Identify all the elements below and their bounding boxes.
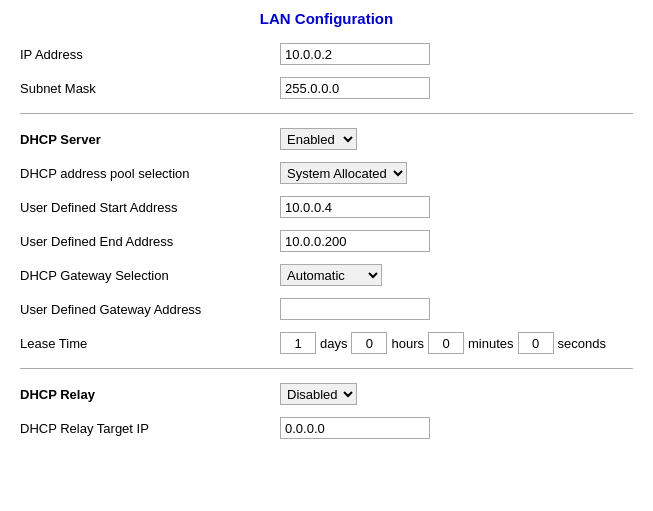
- ip-address-row: IP Address: [20, 41, 633, 67]
- dhcp-server-row: DHCP Server Enabled Disabled: [20, 126, 633, 152]
- page-title: LAN Configuration: [20, 10, 633, 27]
- end-address-input[interactable]: [280, 230, 430, 252]
- lease-time-label: Lease Time: [20, 336, 280, 351]
- dhcp-pool-select[interactable]: System Allocated User Defined: [280, 162, 407, 184]
- subnet-mask-input[interactable]: [280, 77, 430, 99]
- lease-time-row: Lease Time days hours minutes seconds: [20, 330, 633, 356]
- dhcp-server-select[interactable]: Enabled Disabled: [280, 128, 357, 150]
- divider-2: [20, 368, 633, 369]
- dhcp-relay-label: DHCP Relay: [20, 387, 280, 402]
- gateway-selection-row: DHCP Gateway Selection Automatic User De…: [20, 262, 633, 288]
- gateway-address-label: User Defined Gateway Address: [20, 302, 280, 317]
- dhcp-server-label: DHCP Server: [20, 132, 280, 147]
- gateway-selection-select[interactable]: Automatic User Defined: [280, 264, 382, 286]
- hours-unit-label: hours: [391, 336, 424, 351]
- dhcp-relay-section: DHCP Relay Disabled Enabled DHCP Relay T…: [20, 381, 633, 441]
- minutes-unit-label: minutes: [468, 336, 514, 351]
- lease-days-input[interactable]: [280, 332, 316, 354]
- dhcp-section: DHCP Server Enabled Disabled DHCP addres…: [20, 126, 633, 356]
- start-address-label: User Defined Start Address: [20, 200, 280, 215]
- dhcp-relay-select[interactable]: Disabled Enabled: [280, 383, 357, 405]
- gateway-selection-label: DHCP Gateway Selection: [20, 268, 280, 283]
- subnet-mask-label: Subnet Mask: [20, 81, 280, 96]
- page-container: LAN Configuration IP Address Subnet Mask…: [0, 0, 653, 459]
- dhcp-relay-ip-input[interactable]: [280, 417, 430, 439]
- seconds-unit-label: seconds: [558, 336, 606, 351]
- dhcp-pool-label: DHCP address pool selection: [20, 166, 280, 181]
- gateway-address-row: User Defined Gateway Address: [20, 296, 633, 322]
- divider-1: [20, 113, 633, 114]
- end-address-row: User Defined End Address: [20, 228, 633, 254]
- end-address-label: User Defined End Address: [20, 234, 280, 249]
- dhcp-relay-ip-row: DHCP Relay Target IP: [20, 415, 633, 441]
- basic-section: IP Address Subnet Mask: [20, 41, 633, 101]
- ip-address-label: IP Address: [20, 47, 280, 62]
- lease-seconds-input[interactable]: [518, 332, 554, 354]
- lease-hours-input[interactable]: [351, 332, 387, 354]
- dhcp-pool-row: DHCP address pool selection System Alloc…: [20, 160, 633, 186]
- dhcp-relay-row: DHCP Relay Disabled Enabled: [20, 381, 633, 407]
- start-address-row: User Defined Start Address: [20, 194, 633, 220]
- ip-address-input[interactable]: [280, 43, 430, 65]
- lease-minutes-input[interactable]: [428, 332, 464, 354]
- gateway-address-input[interactable]: [280, 298, 430, 320]
- start-address-input[interactable]: [280, 196, 430, 218]
- days-unit-label: days: [320, 336, 347, 351]
- dhcp-relay-ip-label: DHCP Relay Target IP: [20, 421, 280, 436]
- subnet-mask-row: Subnet Mask: [20, 75, 633, 101]
